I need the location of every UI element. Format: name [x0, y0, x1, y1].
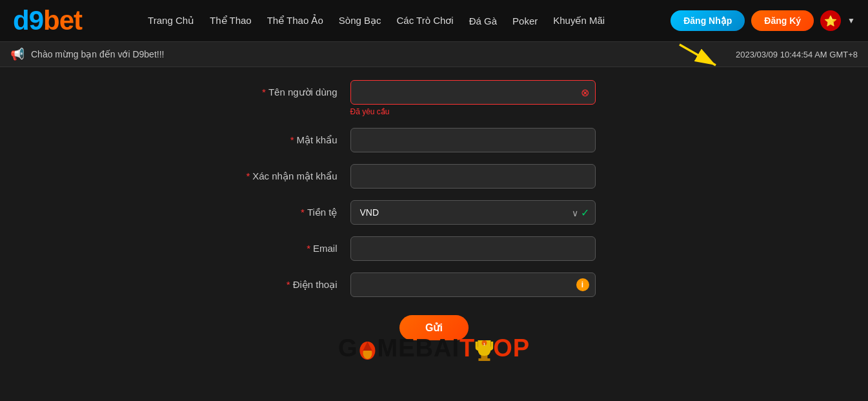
phone-label: *Điện thoại: [221, 272, 350, 291]
nav-cac-tro-choi[interactable]: Các Trò Chơi: [397, 15, 454, 26]
currency-label: *Tiền tệ: [221, 200, 350, 218]
phone-input[interactable]: [350, 272, 596, 297]
submit-row: Gửi: [399, 315, 469, 340]
ticker-bar: 📢 Chào mừng bạn đến với D9bet!!! 2023/03…: [0, 42, 868, 67]
chevron-down-icon: ∨: [572, 207, 578, 218]
username-label: *Tên người dùng: [221, 80, 350, 98]
password-input[interactable]: [350, 128, 596, 152]
nav-da-ga[interactable]: Đá Gà: [469, 15, 497, 26]
confirm-password-input[interactable]: [350, 164, 596, 189]
currency-select-wrap: VND USD ∨ ✓: [350, 200, 596, 225]
language-flag[interactable]: ⭐: [820, 10, 841, 31]
confirm-password-label: *Xác nhận mật khẩu: [221, 164, 350, 182]
currency-required-star: *: [301, 207, 305, 218]
currency-field-wrap: VND USD ∨ ✓: [350, 200, 647, 225]
currency-row: *Tiền tệ VND USD ∨ ✓: [221, 200, 647, 225]
currency-select[interactable]: VND USD: [350, 200, 596, 225]
header-actions: Đăng Nhập Đăng Ký ⭐ ▼: [671, 10, 855, 31]
password-required-star: *: [290, 134, 294, 145]
password-label: *Mật khẩu: [221, 128, 350, 146]
email-input[interactable]: [350, 236, 596, 261]
currency-check-icon: ✓: [581, 207, 589, 219]
email-field-wrap: [350, 236, 647, 261]
nav-links: Trang Chủ Thể Thao Thể Thao Ảo Sòng Bạc …: [82, 15, 671, 26]
confirm-password-row: *Xác nhận mật khẩu: [221, 164, 647, 189]
confirm-password-required-star: *: [246, 170, 250, 181]
email-label: *Email: [221, 236, 350, 254]
email-required-star: *: [307, 243, 310, 254]
currency-select-icons: ∨ ✓: [572, 207, 589, 219]
logo-d9: d9: [13, 7, 43, 34]
phone-input-wrap: i: [350, 272, 596, 297]
nav-khuyen-mai[interactable]: Khuyến Mãi: [553, 15, 605, 26]
registration-form: *Tên người dùng ⊗ Đã yêu cầu *Mật khẩu *…: [0, 67, 868, 366]
username-row: *Tên người dùng ⊗ Đã yêu cầu: [221, 80, 647, 116]
submit-button[interactable]: Gửi: [399, 315, 469, 340]
username-error-text: Đã yêu cầu: [350, 107, 647, 116]
ticker-timestamp: 2023/03/09 10:44:54 AM GMT+8: [736, 50, 858, 59]
announcement-icon: 📢: [10, 47, 25, 61]
nav-the-thao[interactable]: Thể Thao: [210, 15, 252, 26]
register-button[interactable]: Đăng Ký: [751, 10, 814, 31]
nav-song-bac[interactable]: Sòng Bạc: [339, 15, 381, 26]
phone-field-wrap: i: [350, 272, 647, 297]
username-required-star: *: [262, 87, 266, 98]
header: d9bet Trang Chủ Thể Thao Thể Thao Ảo Sòn…: [0, 0, 868, 42]
phone-row: *Điện thoại i: [221, 272, 647, 297]
language-dropdown-arrow[interactable]: ▼: [847, 16, 855, 25]
phone-info-icon: i: [576, 278, 589, 291]
username-field-wrap: ⊗ Đã yêu cầu: [350, 80, 647, 116]
logo: d9bet: [13, 7, 82, 34]
nav-trang-chu[interactable]: Trang Chủ: [148, 15, 194, 26]
phone-required-star: *: [287, 279, 290, 290]
confirm-password-field-wrap: [350, 164, 647, 189]
password-row: *Mật khẩu: [221, 128, 647, 152]
ticker-message: Chào mừng bạn đến với D9bet!!!: [31, 49, 736, 59]
username-input-wrap: ⊗: [350, 80, 596, 105]
password-field-wrap: [350, 128, 647, 152]
nav-poker[interactable]: Poker: [512, 15, 538, 26]
login-button[interactable]: Đăng Nhập: [671, 10, 745, 31]
username-error-icon: ⊗: [581, 87, 589, 99]
nav-the-thao-ao[interactable]: Thể Thao Ảo: [267, 15, 323, 26]
logo-bet: bet: [43, 7, 82, 34]
email-row: *Email: [221, 236, 647, 261]
username-input[interactable]: [350, 80, 596, 105]
